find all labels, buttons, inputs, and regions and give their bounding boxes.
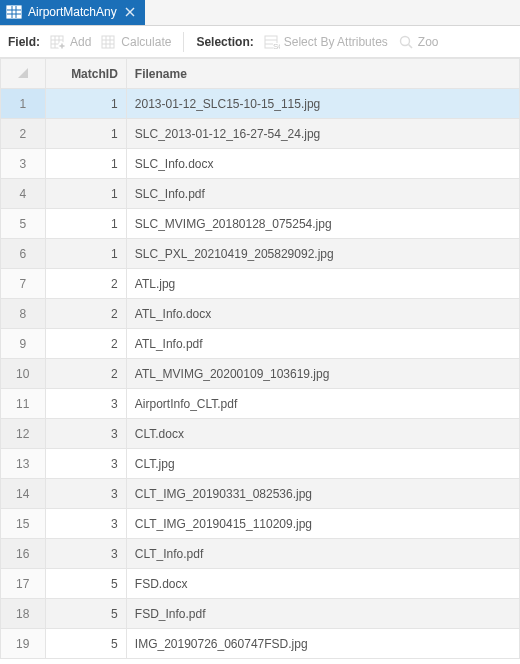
table-header-row: MatchID Filename — [1, 59, 520, 89]
svg-line-27 — [408, 44, 412, 48]
svg-rect-16 — [102, 36, 114, 48]
matchid-cell[interactable]: 3 — [45, 539, 126, 569]
column-header-matchid[interactable]: MatchID — [45, 59, 126, 89]
matchid-cell[interactable]: 1 — [45, 209, 126, 239]
filename-cell[interactable]: FSD_Info.pdf — [126, 599, 519, 629]
matchid-cell[interactable]: 3 — [45, 479, 126, 509]
filename-cell[interactable]: CLT_IMG_20190331_082536.jpg — [126, 479, 519, 509]
filename-cell[interactable]: CLT.docx — [126, 419, 519, 449]
row-number-cell[interactable]: 14 — [1, 479, 46, 509]
matchid-cell[interactable]: 1 — [45, 119, 126, 149]
matchid-cell[interactable]: 1 — [45, 239, 126, 269]
svg-point-26 — [400, 36, 409, 45]
matchid-cell[interactable]: 2 — [45, 299, 126, 329]
row-number-cell[interactable]: 7 — [1, 269, 46, 299]
tab-airportmatchany[interactable]: AirportMatchAny — [0, 0, 145, 25]
matchid-cell[interactable]: 3 — [45, 419, 126, 449]
matchid-cell[interactable]: 5 — [45, 599, 126, 629]
table-row[interactable]: 185FSD_Info.pdf — [1, 599, 520, 629]
row-number-cell[interactable]: 6 — [1, 239, 46, 269]
row-number-cell[interactable]: 15 — [1, 509, 46, 539]
close-icon[interactable] — [123, 5, 137, 19]
table-row[interactable]: 31SLC_Info.docx — [1, 149, 520, 179]
matchid-cell[interactable]: 3 — [45, 449, 126, 479]
row-number-cell[interactable]: 3 — [1, 149, 46, 179]
table-row[interactable]: 92ATL_Info.pdf — [1, 329, 520, 359]
matchid-cell[interactable]: 5 — [45, 629, 126, 659]
row-number-cell[interactable]: 4 — [1, 179, 46, 209]
svg-text:SQL: SQL — [273, 42, 280, 50]
filename-cell[interactable]: ATL_Info.pdf — [126, 329, 519, 359]
row-number-cell[interactable]: 12 — [1, 419, 46, 449]
matchid-cell[interactable]: 3 — [45, 509, 126, 539]
zoom-to-button[interactable]: Zoo — [398, 34, 439, 50]
calculate-icon — [101, 34, 117, 50]
filename-cell[interactable]: ATL_Info.docx — [126, 299, 519, 329]
table-scroll[interactable]: MatchID Filename 112013-01-12_SLC15-10-1… — [0, 58, 520, 664]
table-row[interactable]: 195IMG_20190726_060747FSD.jpg — [1, 629, 520, 659]
row-number-cell[interactable]: 5 — [1, 209, 46, 239]
table-row[interactable]: 133CLT.jpg — [1, 449, 520, 479]
filename-cell[interactable]: SLC_Info.pdf — [126, 179, 519, 209]
row-number-cell[interactable]: 1 — [1, 89, 46, 119]
table-row[interactable]: 143CLT_IMG_20190331_082536.jpg — [1, 479, 520, 509]
table-row[interactable]: 61SLC_PXL_20210419_205829092.jpg — [1, 239, 520, 269]
matchid-cell[interactable]: 1 — [45, 89, 126, 119]
matchid-cell[interactable]: 1 — [45, 149, 126, 179]
table-row[interactable]: 21SLC_2013-01-12_16-27-54_24.jpg — [1, 119, 520, 149]
row-number-cell[interactable]: 9 — [1, 329, 46, 359]
table-row[interactable]: 102ATL_MVIMG_20200109_103619.jpg — [1, 359, 520, 389]
filename-cell[interactable]: CLT.jpg — [126, 449, 519, 479]
table-row[interactable]: 82ATL_Info.docx — [1, 299, 520, 329]
filename-cell[interactable]: AirportInfo_CLT.pdf — [126, 389, 519, 419]
matchid-cell[interactable]: 3 — [45, 389, 126, 419]
row-number-cell[interactable]: 18 — [1, 599, 46, 629]
filename-cell[interactable]: SLC_PXL_20210419_205829092.jpg — [126, 239, 519, 269]
row-number-cell[interactable]: 8 — [1, 299, 46, 329]
filename-cell[interactable]: SLC_MVIMG_20180128_075254.jpg — [126, 209, 519, 239]
table-row[interactable]: 112013-01-12_SLC15-10-15_115.jpg — [1, 89, 520, 119]
row-number-cell[interactable]: 11 — [1, 389, 46, 419]
filename-cell[interactable]: ATL.jpg — [126, 269, 519, 299]
filename-cell[interactable]: SLC_2013-01-12_16-27-54_24.jpg — [126, 119, 519, 149]
table-row[interactable]: 153CLT_IMG_20190415_110209.jpg — [1, 509, 520, 539]
add-field-icon — [50, 34, 66, 50]
matchid-cell[interactable]: 1 — [45, 179, 126, 209]
filename-cell[interactable]: IMG_20190726_060747FSD.jpg — [126, 629, 519, 659]
calculate-field-button[interactable]: Calculate — [101, 34, 171, 50]
filename-cell[interactable]: SLC_Info.docx — [126, 149, 519, 179]
row-number-cell[interactable]: 17 — [1, 569, 46, 599]
row-number-cell[interactable]: 2 — [1, 119, 46, 149]
table-row[interactable]: 41SLC_Info.pdf — [1, 179, 520, 209]
matchid-cell[interactable]: 2 — [45, 359, 126, 389]
attribute-table: MatchID Filename 112013-01-12_SLC15-10-1… — [0, 58, 520, 659]
row-number-cell[interactable]: 13 — [1, 449, 46, 479]
row-number-header[interactable] — [1, 59, 46, 89]
toolbar: Field: Add Calculate Selection: SQL Sele… — [0, 26, 520, 58]
calculate-label: Calculate — [121, 35, 171, 49]
filename-cell[interactable]: CLT_Info.pdf — [126, 539, 519, 569]
row-number-cell[interactable]: 19 — [1, 629, 46, 659]
row-number-cell[interactable]: 10 — [1, 359, 46, 389]
table-row[interactable]: 113AirportInfo_CLT.pdf — [1, 389, 520, 419]
matchid-cell[interactable]: 2 — [45, 269, 126, 299]
table-row[interactable]: 123CLT.docx — [1, 419, 520, 449]
select-by-attributes-label: Select By Attributes — [284, 35, 388, 49]
filename-cell[interactable]: FSD.docx — [126, 569, 519, 599]
selection-label: Selection: — [196, 35, 253, 49]
zoom-icon — [398, 34, 414, 50]
svg-rect-0 — [7, 6, 21, 18]
matchid-cell[interactable]: 5 — [45, 569, 126, 599]
filename-cell[interactable]: CLT_IMG_20190415_110209.jpg — [126, 509, 519, 539]
add-field-button[interactable]: Add — [50, 34, 91, 50]
matchid-cell[interactable]: 2 — [45, 329, 126, 359]
column-header-filename[interactable]: Filename — [126, 59, 519, 89]
table-row[interactable]: 72ATL.jpg — [1, 269, 520, 299]
table-row[interactable]: 175FSD.docx — [1, 569, 520, 599]
row-number-cell[interactable]: 16 — [1, 539, 46, 569]
filename-cell[interactable]: 2013-01-12_SLC15-10-15_115.jpg — [126, 89, 519, 119]
filename-cell[interactable]: ATL_MVIMG_20200109_103619.jpg — [126, 359, 519, 389]
table-row[interactable]: 51SLC_MVIMG_20180128_075254.jpg — [1, 209, 520, 239]
table-row[interactable]: 163CLT_Info.pdf — [1, 539, 520, 569]
select-by-attributes-button[interactable]: SQL Select By Attributes — [264, 34, 388, 50]
